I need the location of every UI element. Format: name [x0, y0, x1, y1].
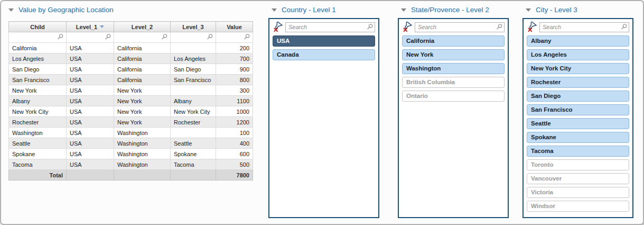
table-cell: [171, 85, 216, 96]
table-row[interactable]: TacomaUSAWashingtonTacoma500: [9, 159, 253, 170]
search-input[interactable]: [285, 22, 375, 32]
table-cell: 400: [216, 138, 253, 149]
clear-filter-icon[interactable]: [527, 22, 537, 32]
table-cell: Los Angeles: [171, 53, 216, 64]
table-row[interactable]: WashingtonUSAWashington100: [9, 128, 253, 138]
filter-item[interactable]: San Francisco: [527, 104, 629, 115]
total-row: Total 7800: [9, 170, 253, 181]
panel-state-title: State/Provence - Level 2: [401, 6, 489, 14]
table-cell: [171, 43, 216, 53]
table-cell: Seattle: [9, 138, 67, 149]
table-cell: Tacoma: [171, 159, 216, 170]
table-row[interactable]: New YorkUSANew York300: [9, 85, 253, 96]
filter-item[interactable]: New York: [402, 49, 505, 60]
filter-item[interactable]: Seattle: [527, 118, 629, 129]
search-icon: [496, 23, 503, 30]
search-icon: [244, 33, 250, 40]
search-icon: [161, 33, 168, 40]
table-cell: USA: [67, 53, 114, 64]
clear-filter-icon[interactable]: [273, 22, 283, 32]
table-cell: Rochester: [171, 117, 216, 128]
panel-country-box: USACanada: [268, 18, 379, 218]
table-row[interactable]: Los AngelesUSACaliforniaLos Angeles700: [9, 53, 253, 64]
collapse-icon[interactable]: [526, 8, 531, 12]
total-value: 7800: [216, 170, 253, 181]
table-cell: San Francisco: [171, 75, 216, 85]
table-cell: Washington: [114, 138, 171, 149]
filter-cell[interactable]: [67, 32, 114, 43]
column-header-level3[interactable]: Level_3: [171, 22, 216, 32]
filter-item[interactable]: Rochester: [527, 77, 629, 88]
filter-item[interactable]: Albany: [527, 35, 629, 47]
table-cell: San Francisco: [9, 75, 67, 85]
table-cell: 100: [216, 128, 253, 138]
filter-item[interactable]: British Columbia: [402, 77, 505, 88]
table-row[interactable]: CaliforniaUSACalifornia200: [9, 43, 253, 53]
filter-item[interactable]: California: [402, 35, 505, 47]
table-cell: Washington: [114, 149, 171, 159]
table-cell: California: [114, 43, 171, 53]
collapse-icon[interactable]: [8, 8, 14, 12]
table-cell: California: [114, 75, 171, 85]
column-header-level1[interactable]: Level_1: [67, 22, 114, 32]
table-row[interactable]: San FranciscoUSACaliforniaSan Francisco8…: [9, 75, 253, 85]
filter-item[interactable]: Tacoma: [527, 146, 629, 157]
table-cell: New York: [114, 117, 171, 128]
search-input[interactable]: [539, 22, 629, 32]
table-row[interactable]: RochesterUSANew YorkRochester1200: [9, 117, 253, 128]
table-row[interactable]: SeattleUSAWashingtonSeattle400: [9, 138, 253, 149]
filter-item[interactable]: Washington: [402, 63, 505, 74]
collapse-icon[interactable]: [401, 8, 406, 12]
table-cell: USA: [67, 159, 114, 170]
filter-cell[interactable]: [171, 32, 216, 43]
table-cell: 800: [216, 75, 253, 85]
filter-item[interactable]: Spokane: [527, 132, 629, 143]
filter-item[interactable]: New York City: [527, 63, 629, 74]
table-title: Value by Geographic Location: [18, 6, 114, 14]
table-cell: Spokane: [171, 149, 216, 159]
table-cell: USA: [67, 43, 114, 53]
filter-item[interactable]: USA: [273, 35, 375, 47]
table-cell: San Diego: [9, 64, 67, 75]
table-cell: USA: [67, 128, 114, 138]
filter-item[interactable]: San Diego: [527, 91, 629, 102]
search-input[interactable]: [415, 22, 505, 32]
collapse-icon[interactable]: [272, 8, 277, 12]
filter-item[interactable]: Victoria: [527, 187, 629, 198]
table-cell: 900: [216, 64, 253, 75]
table-row[interactable]: SpokaneUSAWashingtonSpokane600: [9, 149, 253, 159]
filter-item[interactable]: Ontario: [402, 91, 505, 102]
table-row[interactable]: New York CityUSANew YorkNew York City100…: [9, 106, 253, 117]
filter-cell[interactable]: [9, 32, 67, 43]
table-row[interactable]: San DiegoUSACaliforniaSan Diego900: [9, 64, 253, 75]
table-cell: [171, 128, 216, 138]
table-cell: 600: [216, 149, 253, 159]
table-cell: USA: [67, 64, 114, 75]
table-cell: Spokane: [9, 149, 67, 159]
table-cell: USA: [67, 117, 114, 128]
data-grid: Child Level_1 Level_2 Level_3 Value Cali…: [8, 21, 253, 181]
table-cell: California: [114, 64, 171, 75]
filter-item[interactable]: Los Angeles: [527, 49, 629, 60]
filter-cell[interactable]: [114, 32, 171, 43]
panel-city-box: AlbanyLos AngelesNew York CityRochesterS…: [522, 18, 633, 218]
filter-item[interactable]: Toronto: [527, 159, 629, 170]
column-header-level2[interactable]: Level_2: [114, 22, 171, 32]
table-cell: USA: [67, 96, 114, 106]
table-cell: Tacoma: [9, 159, 67, 170]
filter-cell[interactable]: [216, 32, 253, 43]
table-cell: Seattle: [171, 138, 216, 149]
dashboard-frame: Value by Geographic Location Child Level…: [0, 0, 644, 225]
table-cell: California: [114, 53, 171, 64]
column-header-value[interactable]: Value: [216, 22, 253, 32]
search-icon: [105, 33, 111, 40]
column-header-child[interactable]: Child: [9, 22, 67, 32]
filter-item[interactable]: Windsor: [527, 201, 629, 212]
table-row[interactable]: AlbanyUSANew YorkAlbany1100: [9, 96, 253, 106]
table-cell: Albany: [171, 96, 216, 106]
clear-filter-icon[interactable]: [402, 22, 413, 32]
panel-country-title: Country - Level 1: [272, 6, 336, 14]
filter-item[interactable]: Canada: [273, 49, 375, 60]
filter-item[interactable]: Vancouver: [527, 173, 629, 184]
table-cell: USA: [67, 75, 114, 85]
